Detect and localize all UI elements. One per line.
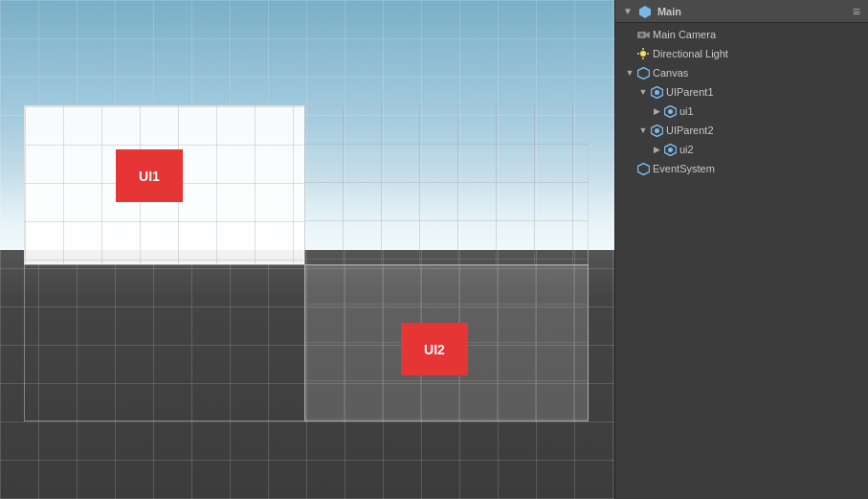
svg-marker-0 — [639, 6, 651, 18]
hierarchy-header: ▼ Main ≡ — [615, 0, 868, 23]
svg-marker-2 — [646, 32, 650, 38]
tree-item-canvas[interactable]: Canvas — [615, 63, 868, 82]
svg-point-11 — [655, 90, 659, 95]
tree-item-main-camera[interactable]: Main Camera — [615, 25, 868, 44]
tree-item-ui2[interactable]: ui2 — [615, 140, 868, 159]
tree-label-canvas: Canvas — [653, 67, 688, 79]
tree-item-eventsystem[interactable]: EventSystem — [615, 159, 868, 178]
tree-label-uiparent1: UIParent1 — [666, 86, 714, 98]
canvas-area: UI1 UI2 — [24, 105, 589, 421]
ui2-element: UI2 — [401, 323, 468, 375]
svg-point-17 — [668, 147, 673, 152]
hierarchy-panel: ▼ Main ≡ Main Camera — [614, 0, 868, 499]
hierarchy-tree[interactable]: Main Camera Directional Light — [615, 23, 868, 499]
hierarchy-title: Main — [657, 6, 681, 17]
canvas-upper-right — [304, 105, 589, 264]
canvas-icon — [636, 66, 650, 79]
svg-marker-9 — [637, 67, 649, 79]
tree-arrow-canvas[interactable] — [623, 68, 636, 78]
svg-point-3 — [639, 33, 643, 36]
tree-label-main-camera: Main Camera — [653, 29, 716, 40]
ui1-icon — [663, 104, 677, 118]
hierarchy-header-title: ▼ Main — [623, 5, 853, 18]
tree-item-uiparent1[interactable]: UIParent1 — [615, 82, 868, 102]
canvas-lower-right: UI2 — [304, 264, 589, 421]
canvas-lower-left — [24, 264, 304, 421]
tree-label-directional-light: Directional Light — [653, 48, 728, 59]
svg-point-4 — [640, 51, 646, 57]
light-icon — [636, 47, 650, 60]
hierarchy-menu-button[interactable]: ≡ — [853, 4, 860, 19]
svg-point-13 — [668, 109, 673, 114]
scene-view[interactable]: UI1 UI2 — [0, 0, 614, 499]
ui2-icon — [663, 143, 677, 156]
ui1-label: UI1 — [139, 169, 160, 184]
tree-arrow-uiparent1[interactable] — [636, 87, 650, 97]
tree-label-ui2: ui2 — [679, 144, 694, 155]
canvas-grid-ur — [304, 105, 589, 264]
tree-label-ui1: ui1 — [679, 105, 694, 117]
hierarchy-icon — [638, 5, 652, 18]
canvas-upper-left: UI1 — [24, 105, 304, 264]
tree-item-directional-light[interactable]: Directional Light — [615, 44, 868, 63]
uiparent2-icon — [650, 124, 663, 137]
eventsystem-icon — [636, 162, 650, 175]
svg-marker-18 — [637, 163, 649, 174]
uiparent1-icon — [650, 85, 663, 99]
tree-item-uiparent2[interactable]: UIParent2 — [615, 121, 868, 140]
tree-label-uiparent2: UIParent2 — [666, 125, 714, 136]
ui2-label: UI2 — [424, 342, 445, 357]
hierarchy-collapse-icon[interactable]: ▼ — [623, 6, 633, 16]
tree-arrow-uiparent2[interactable] — [636, 125, 650, 135]
tree-item-ui1[interactable]: ui1 — [615, 102, 868, 121]
tree-arrow-ui1[interactable] — [650, 106, 663, 116]
tree-label-eventsystem: EventSystem — [653, 163, 715, 174]
camera-icon — [636, 28, 650, 41]
tree-arrow-ui2[interactable] — [650, 145, 663, 154]
svg-point-15 — [655, 128, 659, 133]
ui1-element: UI1 — [116, 149, 183, 202]
